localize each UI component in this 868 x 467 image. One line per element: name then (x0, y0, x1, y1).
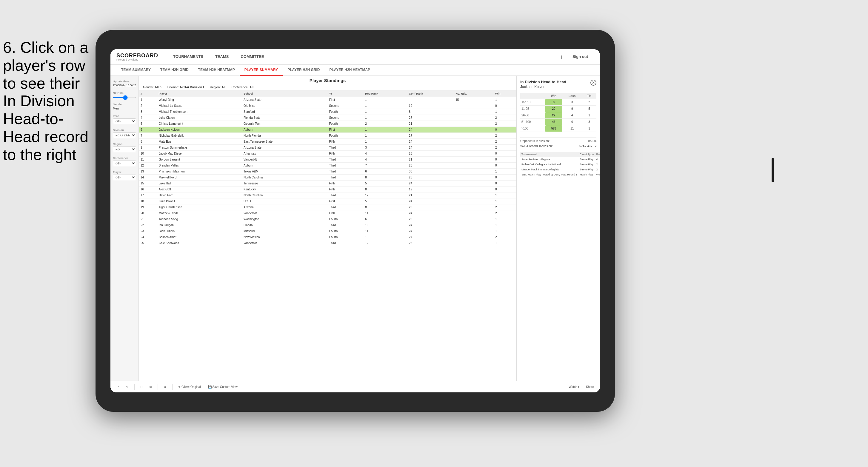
table-row[interactable]: 22 Ian Gilligan Florida Third 10 24 1 (139, 222, 516, 228)
tablet-screen: SCOREBOARD Powered by clippd TOURNAMENTS… (111, 49, 600, 393)
tab-player-h2h-grid[interactable]: PLAYER H2H GRID (283, 64, 324, 76)
cell-reg-rank: 1 (363, 234, 407, 240)
table-row[interactable]: 14 Maxwell Ford North Carolina Third 8 2… (139, 175, 516, 181)
cell-conf-rank: 23 (407, 175, 454, 181)
cell-yr: Third (328, 163, 364, 168)
table-row[interactable]: 3 Michael Thorbjornsen Stanford Fourth 1… (139, 109, 516, 115)
cell-conf-rank: 26 (407, 163, 454, 168)
h2h-win-cell: 20 (545, 106, 562, 112)
cell-win: 2 (493, 234, 516, 240)
tablet-power-btn (772, 158, 774, 182)
cell-win: 0 (493, 127, 516, 133)
sign-out-btn[interactable]: Sign out (566, 49, 594, 65)
table-row[interactable]: 25 Cole Sherwood Vanderbilt Third 12 23 … (139, 240, 516, 246)
view-original-btn[interactable]: 👁 View: Original (176, 384, 203, 390)
no-rds-slider[interactable] (113, 97, 136, 98)
conference-select[interactable]: (All) (113, 160, 136, 166)
table-row[interactable]: 21 Taehoon Song Washington Fourth 6 23 1 (139, 216, 516, 222)
save-custom-btn[interactable]: 💾 Save Custom View (206, 384, 240, 390)
cell-reg-rank: 7 (363, 163, 407, 168)
player-select[interactable]: (All) (113, 175, 136, 180)
table-row[interactable]: 23 Jack Lundin Missouri Fourth 11 24 1 (139, 228, 516, 234)
table-row[interactable]: 24 Bastien Amat New Mexico Fourth 1 27 2 (139, 234, 516, 240)
tourn-name: Amer Am Intercollegiate (520, 157, 579, 162)
col-event-type: Event Type (579, 152, 595, 157)
table-row[interactable]: 20 Matthew Riedel Vanderbilt Fifth 11 24… (139, 210, 516, 216)
cell-num: 23 (139, 228, 157, 234)
table-container: # Player School Yr Reg Rank Conf Rank No… (139, 90, 516, 381)
tab-team-summary[interactable]: TEAM SUMMARY (116, 64, 156, 76)
table-row[interactable]: 19 Tiger Christensen Arizona Third 8 23 … (139, 205, 516, 210)
cell-num: 16 (139, 187, 157, 192)
table-row[interactable]: 15 Jake Hall Tennessee Fifth 5 24 0 (139, 181, 516, 187)
cell-player: Wenyi Ding (157, 97, 242, 103)
tournament-row: Fallan Oak Collegiate Invitational Strok… (520, 162, 600, 167)
cell-reg-rank: 11 (363, 228, 407, 234)
table-row[interactable]: 7 Nicholas Gabrelcik North Florida Fourt… (139, 133, 516, 139)
cell-rds (454, 187, 493, 192)
update-time-section: Update time: 27/03/2024 16:56:26 (113, 80, 136, 87)
cell-reg-rank: 5 (363, 198, 407, 205)
table-row[interactable]: 10 Jacob Mac Diesen Arkansas Fifth 4 25 … (139, 151, 516, 157)
paste-btn[interactable]: ⧉ (147, 384, 154, 390)
cell-rds (454, 103, 493, 109)
player-section: Player (All) (113, 170, 136, 180)
cell-yr: Fourth (328, 228, 364, 234)
cell-num: 24 (139, 234, 157, 240)
copy-btn[interactable]: ⎘ (138, 384, 145, 390)
h2h-record-row: W-L-T record in-division: 674 - 33 - 12 (520, 145, 596, 148)
year-select[interactable]: (All) (113, 119, 136, 124)
cell-rds (454, 157, 493, 163)
cell-yr: Third (328, 222, 364, 228)
tab-team-h2h-grid[interactable]: TEAM H2H GRID (156, 64, 193, 76)
cell-conf-rank: 21 (407, 157, 454, 163)
table-row[interactable]: 11 Gordon Sargent Vanderbilt Third 4 21 … (139, 157, 516, 163)
redo-btn[interactable]: ↪ (124, 384, 131, 390)
nav-tournaments[interactable]: TOURNAMENTS (167, 49, 209, 65)
cell-school: UCLA (242, 198, 328, 205)
table-row[interactable]: 12 Brendan Valles Auburn Third 7 26 0 (139, 163, 516, 168)
table-row[interactable]: 8 Mats Ege East Tennessee State Fifth 1 … (139, 139, 516, 145)
h2h-loss-cell: 4 (562, 112, 582, 119)
region-select[interactable]: N/A (113, 147, 136, 152)
tab-player-h2h-heatmap[interactable]: PLAYER H2H HEATMAP (324, 64, 375, 76)
main-content: Update time: 27/03/2024 16:56:26 No Rds.… (111, 76, 600, 393)
cell-school: Stanford (242, 109, 328, 115)
cell-conf-rank: 27 (407, 115, 454, 121)
nav-committee[interactable]: COMMITTEE (235, 49, 270, 65)
reset-btn[interactable]: ↺ (161, 384, 168, 390)
player-label: Player (113, 170, 136, 174)
division-filter: Division: NCAA Division I (167, 85, 204, 89)
table-row[interactable]: 2 Michael La Sasso Ole Miss Second 1 19 … (139, 103, 516, 109)
cell-rds (454, 163, 493, 168)
tournament-row: SEC Match Play hosted by Jerry Pata Roun… (520, 172, 600, 177)
cell-conf-rank: 24 (407, 228, 454, 234)
table-row[interactable]: 1 Wenyi Ding Arizona State First 1 15 1 (139, 97, 516, 103)
division-select[interactable]: NCAA Division I (113, 132, 136, 138)
cell-num: 9 (139, 145, 157, 151)
table-row[interactable]: 9 Preston Summerhays Arizona State Third… (139, 145, 516, 151)
h2h-table-row: >100 578 11 1 (520, 125, 596, 132)
cell-conf-rank: 24 (407, 145, 454, 151)
tab-team-h2h-heatmap[interactable]: TEAM H2H HEATMAP (193, 64, 240, 76)
undo-btn[interactable]: ↩ (114, 384, 121, 390)
table-row[interactable]: 4 Luke Claton Florida State Second 1 27 … (139, 115, 516, 121)
share-btn[interactable]: Share (584, 384, 596, 390)
table-row[interactable]: 13 Phichaksn Maichon Texas A&M Third 6 3… (139, 168, 516, 175)
table-row[interactable]: 5 Christo Lamprecht Georgia Tech Fourth … (139, 121, 516, 127)
nav-teams[interactable]: TEAMS (209, 49, 235, 65)
table-row[interactable]: 6 Jackson Koivun Auburn First 1 24 0 (139, 127, 516, 133)
table-row[interactable]: 16 Alex Goff Kentucky Fifth 8 19 0 (139, 187, 516, 192)
col-school: School (242, 90, 328, 97)
cell-num: 3 (139, 109, 157, 115)
cell-school: Vanderbilt (242, 210, 328, 216)
tournament-row: Amer Am Intercollegiate Stroke Play 4 -1… (520, 157, 600, 162)
cell-num: 13 (139, 168, 157, 175)
watch-btn[interactable]: Watch ▾ (566, 384, 582, 390)
cell-conf-rank: 24 (407, 181, 454, 187)
table-row[interactable]: 17 David Ford North Carolina Third 17 21… (139, 192, 516, 198)
h2h-close-button[interactable]: ✕ (590, 80, 596, 86)
tab-player-summary[interactable]: PLAYER SUMMARY (240, 64, 283, 76)
toolbar-sep-3 (172, 384, 173, 390)
table-row[interactable]: 18 Luke Powell UCLA First 5 24 1 (139, 198, 516, 205)
